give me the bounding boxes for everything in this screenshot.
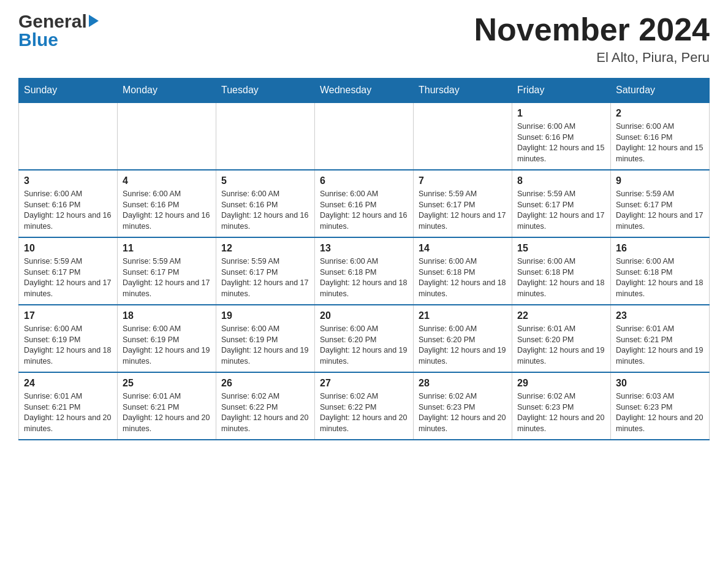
logo: General Blue [18, 12, 99, 49]
day-number: 14 [419, 243, 507, 254]
day-info: Sunrise: 5:59 AMSunset: 6:17 PMDaylight:… [616, 189, 704, 232]
calendar-cell: 24Sunrise: 6:01 AMSunset: 6:21 PMDayligh… [19, 372, 118, 440]
day-info: Sunrise: 6:00 AMSunset: 6:18 PMDaylight:… [419, 256, 507, 299]
day-number: 27 [320, 378, 408, 389]
day-info: Sunrise: 6:00 AMSunset: 6:18 PMDaylight:… [616, 256, 704, 299]
day-number: 22 [517, 310, 605, 321]
calendar-week-row: 24Sunrise: 6:01 AMSunset: 6:21 PMDayligh… [19, 372, 710, 440]
calendar-week-row: 1Sunrise: 6:00 AMSunset: 6:16 PMDaylight… [19, 102, 710, 170]
weekday-header-saturday: Saturday [611, 79, 710, 103]
calendar-cell [315, 102, 414, 170]
calendar-cell: 25Sunrise: 6:01 AMSunset: 6:21 PMDayligh… [118, 372, 216, 440]
day-number: 13 [320, 243, 408, 254]
calendar-week-row: 17Sunrise: 6:00 AMSunset: 6:19 PMDayligh… [19, 305, 710, 372]
day-number: 29 [517, 378, 605, 389]
calendar-cell: 13Sunrise: 6:00 AMSunset: 6:18 PMDayligh… [315, 237, 414, 305]
calendar-cell: 4Sunrise: 6:00 AMSunset: 6:16 PMDaylight… [118, 170, 216, 237]
day-number: 24 [24, 378, 112, 389]
day-info: Sunrise: 6:02 AMSunset: 6:23 PMDaylight:… [517, 391, 605, 434]
day-number: 25 [123, 378, 211, 389]
day-info: Sunrise: 5:59 AMSunset: 6:17 PMDaylight:… [24, 256, 112, 299]
calendar-cell: 16Sunrise: 6:00 AMSunset: 6:18 PMDayligh… [611, 237, 710, 305]
calendar-cell [216, 102, 315, 170]
calendar-cell: 14Sunrise: 6:00 AMSunset: 6:18 PMDayligh… [414, 237, 512, 305]
calendar-cell: 8Sunrise: 5:59 AMSunset: 6:17 PMDaylight… [512, 170, 611, 237]
weekday-header-thursday: Thursday [414, 79, 512, 103]
day-number: 19 [221, 310, 309, 321]
weekday-header-wednesday: Wednesday [315, 79, 414, 103]
calendar-cell: 22Sunrise: 6:01 AMSunset: 6:20 PMDayligh… [512, 305, 611, 372]
day-number: 16 [616, 243, 704, 254]
calendar-cell: 11Sunrise: 5:59 AMSunset: 6:17 PMDayligh… [118, 237, 216, 305]
day-info: Sunrise: 6:00 AMSunset: 6:16 PMDaylight:… [123, 189, 211, 232]
day-info: Sunrise: 6:02 AMSunset: 6:22 PMDaylight:… [320, 391, 408, 434]
calendar-cell: 28Sunrise: 6:02 AMSunset: 6:23 PMDayligh… [414, 372, 512, 440]
calendar-cell: 19Sunrise: 6:00 AMSunset: 6:19 PMDayligh… [216, 305, 315, 372]
day-info: Sunrise: 6:02 AMSunset: 6:22 PMDaylight:… [221, 391, 309, 434]
weekday-header-tuesday: Tuesday [216, 79, 315, 103]
day-info: Sunrise: 6:00 AMSunset: 6:20 PMDaylight:… [419, 324, 507, 367]
calendar-week-row: 3Sunrise: 6:00 AMSunset: 6:16 PMDaylight… [19, 170, 710, 237]
day-number: 1 [517, 108, 605, 119]
weekday-header-friday: Friday [512, 79, 611, 103]
day-number: 7 [419, 175, 507, 186]
calendar-cell: 2Sunrise: 6:00 AMSunset: 6:16 PMDaylight… [611, 102, 710, 170]
calendar-cell: 10Sunrise: 5:59 AMSunset: 6:17 PMDayligh… [19, 237, 118, 305]
calendar-cell: 1Sunrise: 6:00 AMSunset: 6:16 PMDaylight… [512, 102, 611, 170]
day-info: Sunrise: 6:03 AMSunset: 6:23 PMDaylight:… [616, 391, 704, 434]
day-info: Sunrise: 5:59 AMSunset: 6:17 PMDaylight:… [419, 189, 507, 232]
day-number: 2 [616, 108, 704, 119]
day-number: 4 [123, 175, 211, 186]
calendar-cell [414, 102, 512, 170]
day-info: Sunrise: 6:02 AMSunset: 6:23 PMDaylight:… [419, 391, 507, 434]
day-number: 11 [123, 243, 211, 254]
day-info: Sunrise: 5:59 AMSunset: 6:17 PMDaylight:… [517, 189, 605, 232]
day-number: 12 [221, 243, 309, 254]
calendar-title: November 2024 [474, 12, 710, 47]
day-number: 23 [616, 310, 704, 321]
calendar-cell [118, 102, 216, 170]
page-header: General Blue November 2024 El Alto, Piur… [18, 12, 710, 66]
day-info: Sunrise: 6:00 AMSunset: 6:19 PMDaylight:… [24, 324, 112, 367]
calendar-cell: 27Sunrise: 6:02 AMSunset: 6:22 PMDayligh… [315, 372, 414, 440]
day-number: 3 [24, 175, 112, 186]
calendar-cell: 5Sunrise: 6:00 AMSunset: 6:16 PMDaylight… [216, 170, 315, 237]
day-info: Sunrise: 6:00 AMSunset: 6:19 PMDaylight:… [123, 324, 211, 367]
calendar-cell: 12Sunrise: 5:59 AMSunset: 6:17 PMDayligh… [216, 237, 315, 305]
calendar-cell: 17Sunrise: 6:00 AMSunset: 6:19 PMDayligh… [19, 305, 118, 372]
calendar-cell: 9Sunrise: 5:59 AMSunset: 6:17 PMDaylight… [611, 170, 710, 237]
day-number: 5 [221, 175, 309, 186]
day-info: Sunrise: 6:01 AMSunset: 6:20 PMDaylight:… [517, 324, 605, 367]
day-number: 26 [221, 378, 309, 389]
calendar-cell: 3Sunrise: 6:00 AMSunset: 6:16 PMDaylight… [19, 170, 118, 237]
calendar-subtitle: El Alto, Piura, Peru [474, 50, 710, 66]
day-info: Sunrise: 6:00 AMSunset: 6:16 PMDaylight:… [517, 121, 605, 164]
logo-triangle-icon [89, 15, 99, 27]
calendar-cell: 29Sunrise: 6:02 AMSunset: 6:23 PMDayligh… [512, 372, 611, 440]
calendar-cell: 18Sunrise: 6:00 AMSunset: 6:19 PMDayligh… [118, 305, 216, 372]
day-info: Sunrise: 6:01 AMSunset: 6:21 PMDaylight:… [123, 391, 211, 434]
calendar-cell: 23Sunrise: 6:01 AMSunset: 6:21 PMDayligh… [611, 305, 710, 372]
calendar-cell [19, 102, 118, 170]
calendar-cell: 21Sunrise: 6:00 AMSunset: 6:20 PMDayligh… [414, 305, 512, 372]
day-number: 17 [24, 310, 112, 321]
day-info: Sunrise: 6:01 AMSunset: 6:21 PMDaylight:… [24, 391, 112, 434]
weekday-header-monday: Monday [118, 79, 216, 103]
day-info: Sunrise: 6:01 AMSunset: 6:21 PMDaylight:… [616, 324, 704, 367]
day-number: 10 [24, 243, 112, 254]
calendar-table: SundayMondayTuesdayWednesdayThursdayFrid… [18, 78, 710, 440]
logo-blue-text: Blue [18, 31, 99, 49]
day-number: 28 [419, 378, 507, 389]
day-info: Sunrise: 5:59 AMSunset: 6:17 PMDaylight:… [123, 256, 211, 299]
title-area: November 2024 El Alto, Piura, Peru [474, 12, 710, 66]
calendar-cell: 15Sunrise: 6:00 AMSunset: 6:18 PMDayligh… [512, 237, 611, 305]
day-info: Sunrise: 6:00 AMSunset: 6:18 PMDaylight:… [517, 256, 605, 299]
day-info: Sunrise: 6:00 AMSunset: 6:16 PMDaylight:… [221, 189, 309, 232]
calendar-cell: 6Sunrise: 6:00 AMSunset: 6:16 PMDaylight… [315, 170, 414, 237]
day-number: 6 [320, 175, 408, 186]
calendar-cell: 30Sunrise: 6:03 AMSunset: 6:23 PMDayligh… [611, 372, 710, 440]
calendar-cell: 7Sunrise: 5:59 AMSunset: 6:17 PMDaylight… [414, 170, 512, 237]
day-info: Sunrise: 5:59 AMSunset: 6:17 PMDaylight:… [221, 256, 309, 299]
weekday-header-sunday: Sunday [19, 79, 118, 103]
calendar-week-row: 10Sunrise: 5:59 AMSunset: 6:17 PMDayligh… [19, 237, 710, 305]
